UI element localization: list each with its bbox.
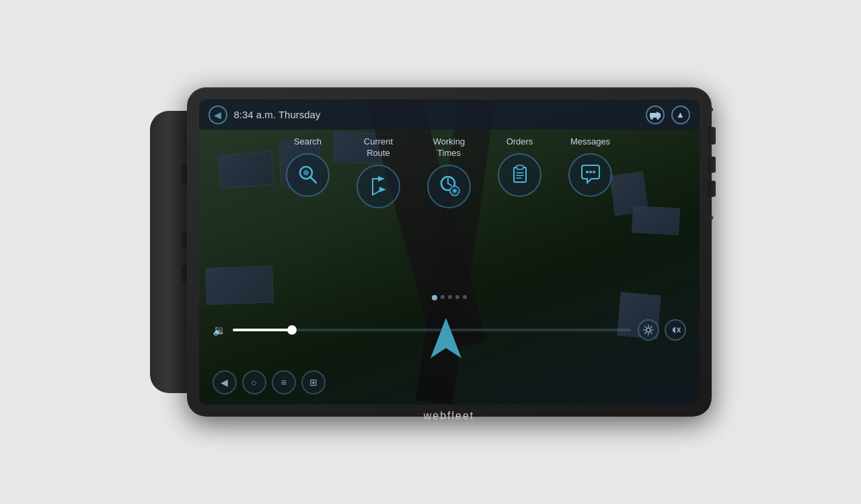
dot-1 (432, 295, 437, 300)
svg-point-27 (646, 328, 650, 332)
device-side-profile (150, 111, 187, 393)
svg-marker-2 (657, 112, 661, 118)
bottom-nav: ◀ ○ ≡ ⊞ (213, 370, 326, 394)
city-block (632, 206, 680, 235)
compass-icon[interactable]: ▲ (671, 106, 690, 124)
menu-label-messages: Messages (570, 136, 610, 148)
menu-item-working-times[interactable]: WorkingTimes (419, 136, 480, 208)
side-button-bot (182, 265, 187, 282)
brand-label: webfleet (424, 410, 475, 422)
right-side-controls (708, 108, 716, 220)
header-left: ◀ 8:34 a.m. Thursday (209, 106, 321, 124)
route-icon-circle[interactable] (357, 165, 400, 208)
menu-label-working-times: WorkingTimes (433, 136, 465, 159)
volume-track[interactable] (233, 329, 631, 331)
svg-point-26 (593, 171, 595, 173)
side-button-top (182, 165, 187, 185)
svg-point-18 (453, 190, 456, 192)
nav-back-button[interactable]: ◀ (213, 370, 237, 394)
svg-rect-1 (650, 113, 657, 118)
header-time: 8:34 a.m. Thursday (234, 109, 321, 120)
svg-point-3 (650, 117, 653, 120)
device-body: ◀ 8:34 a.m. Thursday ▲ (187, 87, 712, 417)
right-led-top (709, 108, 713, 112)
volume-icon: 🔉 (213, 324, 226, 337)
power-button[interactable] (708, 127, 716, 144)
menu-item-current-route[interactable]: CurrentRoute (348, 136, 409, 208)
svg-rect-20 (517, 165, 523, 169)
clipboard-icon-circle[interactable] (498, 153, 541, 197)
svg-line-15 (448, 183, 451, 185)
header-right: ▲ (646, 106, 690, 124)
volume-up-button[interactable] (708, 157, 716, 173)
svg-marker-12 (379, 187, 386, 192)
pagination-dots (432, 295, 467, 300)
truck-icon[interactable] (646, 106, 665, 124)
header-bar: ◀ 8:34 a.m. Thursday ▲ (199, 99, 700, 130)
clock-icon-circle[interactable] (427, 165, 471, 208)
dot-5 (463, 295, 467, 299)
menu-label-search: Search (294, 136, 322, 148)
message-icon-circle[interactable] (568, 153, 612, 197)
nav-menu-button[interactable]: ≡ (272, 370, 296, 394)
mute-icon-btn[interactable] (665, 319, 686, 341)
volume-right-icons (638, 319, 686, 341)
menu-item-orders[interactable]: Orders (490, 136, 550, 197)
side-button-mid (182, 232, 187, 249)
city-block (205, 265, 274, 304)
volume-fill (233, 329, 293, 331)
right-led-bottom (709, 216, 713, 220)
menu-label-current-route: CurrentRoute (364, 136, 393, 159)
nav-home-button[interactable]: ○ (242, 370, 266, 394)
menu-item-search[interactable]: Search (278, 136, 338, 197)
svg-line-7 (310, 177, 316, 183)
volume-down-button[interactable] (708, 181, 716, 197)
back-button[interactable]: ◀ (209, 106, 227, 124)
dot-4 (455, 295, 459, 299)
volume-bar: 🔉 (213, 319, 686, 341)
device-screen: ◀ 8:34 a.m. Thursday ▲ (199, 99, 700, 405)
dot-2 (441, 295, 445, 299)
svg-marker-10 (378, 176, 385, 181)
nav-grid-button[interactable]: ⊞ (301, 370, 326, 394)
settings-icon-btn[interactable] (638, 319, 659, 341)
search-icon-circle[interactable] (286, 153, 330, 197)
svg-point-25 (589, 171, 592, 173)
menu-item-messages[interactable]: Messages (560, 136, 621, 197)
dot-3 (448, 295, 452, 299)
svg-point-4 (657, 117, 659, 120)
menu-overlay: Search CurrentRoute (199, 136, 700, 208)
svg-point-6 (303, 170, 309, 175)
menu-label-orders: Orders (507, 136, 533, 148)
svg-point-24 (586, 171, 589, 173)
volume-knob[interactable] (287, 325, 297, 335)
